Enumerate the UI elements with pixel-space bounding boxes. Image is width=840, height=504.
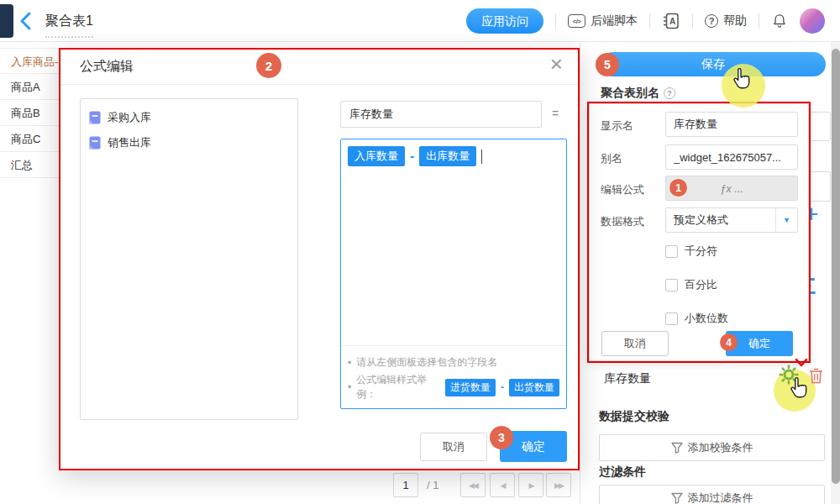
modal-cancel-button[interactable]: 取消 [420, 433, 487, 461]
prev-page-icon: ◀ [501, 481, 505, 490]
checkbox-icon [665, 312, 678, 325]
last-page-button[interactable]: ▶▶ [546, 473, 571, 497]
alias-section-title: 聚合表别名 ? [601, 86, 675, 101]
notifications-button[interactable] [771, 12, 788, 30]
save-button[interactable]: 保存 [601, 52, 826, 76]
popup-cancel-button[interactable]: 取消 [601, 331, 669, 356]
divider [555, 13, 556, 29]
user-avatar[interactable] [800, 8, 825, 34]
back-chevron-icon [18, 11, 34, 31]
modal-title: 公式编辑 [80, 58, 134, 76]
percentage-checkbox[interactable]: 百分比 [665, 277, 717, 292]
scrollbar[interactable] [831, 42, 840, 504]
chevron-down-icon: ▼ [775, 208, 797, 232]
add-validation-label: 添加校验条件 [688, 440, 753, 455]
page-number: 1 [402, 479, 408, 491]
svg-text:A: A [669, 17, 675, 26]
add-validation-button[interactable]: 添加校验条件 [599, 434, 825, 461]
add-filter-label: 添加过滤条件 [688, 491, 753, 504]
code-icon: </> [568, 14, 585, 28]
data-format-label: 数据格式 [601, 214, 644, 229]
source-item-label: 采购入库 [108, 110, 151, 125]
display-name-input[interactable] [665, 112, 798, 137]
annotation-badge-5: 5 [596, 53, 619, 76]
source-item-sales-outbound[interactable]: 销售出库 [81, 130, 297, 155]
field-tag-inbound-qty[interactable]: 入库数量 [348, 146, 405, 166]
minus-operator: - [501, 381, 504, 393]
checkbox-icon [665, 279, 678, 291]
add-filter-button[interactable]: 添加过滤条件 [599, 485, 825, 504]
top-bar: 聚合表1 应用访问 </> 后端脚本 A ? 帮助 [0, 0, 840, 42]
field-tag-outbound-qty[interactable]: 出库数量 [419, 146, 476, 166]
alias-input[interactable] [665, 144, 798, 170]
annotation-badge-3: 3 [490, 426, 513, 449]
trash-icon[interactable] [809, 368, 823, 387]
app-screen: 聚合表1 应用访问 </> 后端脚本 A ? 帮助 [0, 0, 840, 504]
hint-line-2: • 公式编辑样式举例： 进货数量 - 出货数量 [348, 373, 559, 402]
next-page-button[interactable]: ▶ [518, 473, 543, 497]
equals-sign: = [552, 107, 559, 120]
close-icon[interactable]: × [550, 53, 563, 75]
sidebar-item-product-a[interactable]: 商品A [0, 74, 59, 100]
bullet: • [348, 357, 351, 369]
checkbox-label: 小数位数 [685, 311, 728, 326]
first-page-icon: ◀◀ [469, 481, 477, 490]
sidebar-item-inbound-product[interactable]: 入库商品- [0, 48, 59, 74]
next-page-icon: ▶ [529, 481, 533, 490]
source-item-purchase-inbound[interactable]: 采购入库 [81, 105, 297, 130]
form-doc-icon [89, 111, 101, 124]
backend-script-label: 后端脚本 [591, 13, 638, 29]
data-format-select[interactable]: 预定义格式 ▼ [665, 207, 798, 233]
hint-text: 公式编辑样式举例： [356, 373, 440, 402]
example-tag: 出货数量 [509, 379, 559, 396]
formula-edit-modal: 公式编辑 × 2 采购入库 销售出库 = [59, 48, 580, 470]
back-button[interactable] [18, 11, 35, 31]
filter-section-title: 过滤条件 [599, 465, 646, 480]
divider [692, 13, 693, 29]
hint-text: 请从左侧面板选择包含的字段名 [356, 355, 497, 370]
question-icon[interactable]: ? [664, 87, 675, 99]
scrollbar-thumb[interactable] [832, 49, 840, 484]
sidebar-item-product-b[interactable]: 商品B [0, 100, 59, 126]
example-tag: 进货数量 [445, 379, 496, 396]
checkbox-label: 百分比 [685, 277, 717, 292]
right-panel: 保存 5 聚合表别名 ? + Σ 显示名 别名 编辑公式 ƒx ... [580, 42, 840, 504]
minus-operator: - [410, 149, 414, 164]
bell-icon [771, 12, 788, 30]
contacts-button[interactable]: A [662, 12, 680, 30]
help-label: 帮助 [723, 13, 747, 29]
last-page-icon: ▶▶ [554, 481, 563, 490]
page-number-input[interactable]: 1 [393, 473, 418, 497]
sidebar-item-product-c[interactable]: 商品C [0, 126, 59, 152]
field-settings-popup: 显示名 别名 编辑公式 ƒx ... 1 数据格式 预定义格式 ▼ 千分符 百分… [589, 103, 809, 361]
backend-script-button[interactable]: </> 后端脚本 [568, 13, 638, 29]
text-caret [481, 150, 482, 164]
sidebar: 入库商品- 商品A 商品B 商品C 汇总 [0, 42, 59, 504]
fx-label: ƒx ... [720, 182, 743, 195]
annotation-badge-4: 4 [720, 333, 738, 351]
help-button[interactable]: ? 帮助 [705, 13, 747, 29]
formula-editor[interactable]: 入库数量 - 出库数量 • 请从左侧面板选择包含的字段名 • 公式编辑样式举例：… [340, 139, 567, 409]
divider [59, 84, 580, 85]
sidebar-item-summary[interactable]: 汇总 [0, 152, 59, 178]
formula-expression: 入库数量 - 出库数量 [341, 139, 566, 173]
contacts-icon: A [662, 12, 680, 30]
formula-name-input[interactable] [340, 101, 542, 128]
display-name-label: 显示名 [601, 118, 633, 134]
bullet: • [348, 381, 351, 393]
checkbox-label: 千分符 [685, 244, 717, 259]
field-source-list: 采购入库 销售出库 [80, 98, 298, 420]
alias-label: 别名 [601, 151, 622, 166]
prev-page-button[interactable]: ◀ [490, 473, 515, 497]
first-page-button[interactable]: ◀◀ [460, 473, 486, 497]
topbar-actions: 应用访问 </> 后端脚本 A ? 帮助 [466, 0, 825, 42]
form-doc-icon [89, 136, 101, 150]
app-access-button[interactable]: 应用访问 [466, 8, 543, 34]
cursor-icon [787, 376, 809, 403]
thousands-separator-checkbox[interactable]: 千分符 [665, 244, 717, 259]
cursor-icon [730, 67, 752, 94]
funnel-icon [671, 492, 683, 504]
divider [649, 13, 650, 29]
decimal-places-checkbox[interactable]: 小数位数 [665, 311, 728, 326]
source-item-label: 销售出库 [108, 135, 151, 150]
